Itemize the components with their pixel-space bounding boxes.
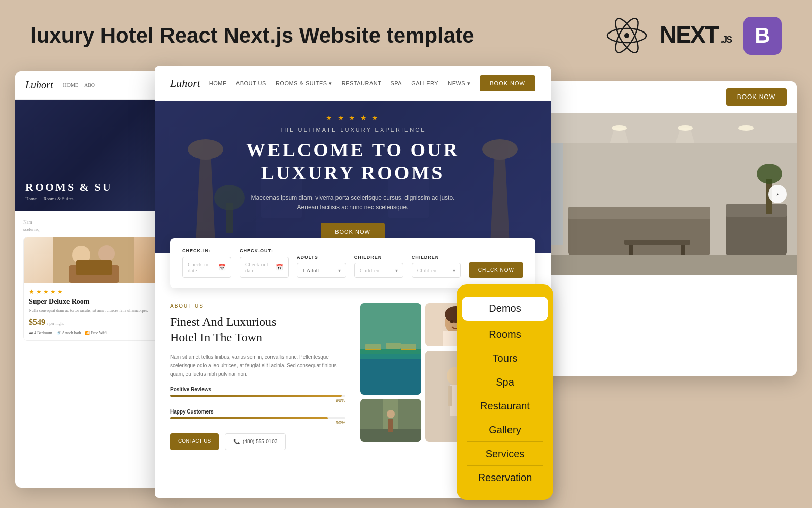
- svg-point-12: [188, 139, 223, 160]
- svg-rect-56: [568, 207, 710, 219]
- about-label: ABOUT US: [170, 303, 345, 309]
- right-arrow-btn[interactable]: ›: [768, 185, 787, 203]
- progress-reviews: Positive Reviews 98%: [170, 387, 345, 403]
- svg-point-37: [450, 320, 453, 323]
- mobile-screenshot: Luhort HOME ABO ROOMS & SU Home → Rooms …: [15, 71, 173, 488]
- nav-rooms[interactable]: ROOMS & SUITES ▾: [276, 80, 332, 87]
- svg-rect-61: [726, 204, 787, 217]
- progress-reviews-value: 98%: [170, 398, 345, 403]
- mobile-room-card: ★ ★ ★ ★ ★ Super Deluxe Room Nulla conseq…: [23, 237, 164, 341]
- right-hero-image: ›: [543, 113, 797, 275]
- progress-customers-label: Happy Customers: [170, 409, 345, 415]
- booking-form: CHECK-IN: Check-in date 📅 CHECK-OUT: Che…: [170, 238, 535, 288]
- contact-btn[interactable]: CONTACT US: [170, 433, 219, 450]
- about-img-walkway: [360, 399, 421, 442]
- mobile-room-price-sub: / per night: [47, 321, 64, 326]
- main-nav-links: HOME ABOUT US ROOMS & SUITES ▾ RESTAURAN…: [209, 75, 535, 91]
- dropdown-arrow-2: ▾: [395, 268, 398, 273]
- svg-rect-60: [726, 212, 787, 255]
- svg-rect-55: [568, 214, 710, 255]
- bootstrap-icon: B: [743, 17, 782, 55]
- demo-menu-item-tours[interactable]: Tours: [457, 346, 553, 370]
- demo-menu-item-demos[interactable]: Demos: [462, 297, 548, 321]
- calendar-icon: 📅: [218, 264, 226, 271]
- dropdown-arrow: ▾: [338, 268, 341, 273]
- dropdown-arrow-3: ▾: [453, 268, 455, 273]
- svg-rect-27: [360, 303, 421, 349]
- hero-content: ★ ★ ★ ★ ★ THE ULTIMATE LUXURY EXPERIENCE…: [246, 114, 459, 241]
- nav-about[interactable]: ABOUT US: [236, 80, 266, 86]
- children-field: CHILDREN Children ▾: [354, 255, 403, 278]
- nav-restaurant[interactable]: RESTAURANT: [342, 80, 382, 86]
- mobile-hero: ROOMS & SU Home → Rooms & Suites: [15, 100, 173, 211]
- checkout-label: CHECK-OUT:: [240, 248, 289, 253]
- demo-menu-item-reservation[interactable]: Reservation: [457, 466, 553, 490]
- demo-menu-item-services[interactable]: Services: [457, 442, 553, 466]
- nav-spa[interactable]: SPA: [390, 80, 402, 86]
- checkout-input[interactable]: Check-out date 📅: [240, 257, 289, 278]
- nav-gallery[interactable]: GALLERY: [411, 80, 438, 86]
- hero-tagline: THE ULTIMATE LUXURY EXPERIENCE: [246, 126, 459, 133]
- screenshots-area: Luhort HOME ABO ROOMS & SU Home → Rooms …: [0, 66, 812, 503]
- hero-title: WELCOME TO OURLUXURY ROOMS: [246, 139, 459, 185]
- checkin-label: CHECK-IN:: [182, 248, 231, 253]
- next-icon: NEXT .JS: [657, 18, 733, 53]
- progress-customers-bar: [170, 417, 328, 419]
- svg-point-63: [757, 164, 782, 184]
- checkout-field: CHECK-OUT: Check-out date 📅: [240, 248, 289, 278]
- main-nav: Luhort HOME ABOUT US ROOMS & SUITES ▾ RE…: [155, 66, 551, 101]
- adults-field: ADULTS 1 Adult ▾: [297, 255, 346, 278]
- mobile-nav: Luhort HOME ABO: [15, 71, 173, 100]
- progress-customers-value: 90%: [170, 420, 345, 425]
- about-desc: Nam sit amet tellus finibus, varius sem …: [170, 353, 345, 378]
- demo-menu-item-rooms[interactable]: Rooms: [457, 323, 553, 346]
- demo-menu: Demos Rooms Tours Spa Restaurant Gallery…: [457, 284, 553, 500]
- progress-reviews-label: Positive Reviews: [170, 387, 345, 392]
- children-select[interactable]: Children ▾: [354, 263, 403, 278]
- phone-btn[interactable]: 📞 (480) 555-0103: [225, 433, 286, 450]
- adults-select[interactable]: 1 Adult ▾: [297, 263, 346, 278]
- svg-rect-10: [76, 260, 112, 275]
- mobile-room-desc: Nulla consequat diam ac tortor iaculis, …: [29, 308, 159, 313]
- right-book-btn[interactable]: BOOK NOW: [726, 88, 787, 106]
- about-text: ABOUT US Finest And LuxuriousHotel In Th…: [170, 303, 345, 450]
- main-logo: Luhort: [170, 77, 200, 90]
- mobile-room-name: Super Deluxe Room: [29, 298, 159, 306]
- tech-logos: NEXT .JS B: [606, 15, 782, 56]
- right-nav: BOOK NOW: [543, 81, 797, 113]
- mobile-amenities: 🛏 4 Bedroom 🚿 Attach bath 📶 Free Wifi: [29, 331, 159, 335]
- svg-point-51: [738, 125, 754, 131]
- checkin-field: CHECK-IN: Check-in date 📅: [182, 248, 231, 278]
- progress-reviews-bar: [170, 395, 342, 397]
- svg-point-3: [624, 33, 629, 38]
- react-icon: [606, 15, 647, 56]
- nav-news[interactable]: NEWS ▾: [448, 80, 470, 87]
- svg-text:NEXT: NEXT: [660, 21, 719, 48]
- about-title: Finest And LuxuriousHotel In The Town: [170, 314, 345, 345]
- svg-rect-22: [360, 349, 421, 359]
- check-now-btn[interactable]: CHECK NOW: [469, 262, 523, 278]
- svg-rect-32: [388, 419, 393, 432]
- checkin-input[interactable]: Check-in date 📅: [182, 257, 231, 278]
- children2-select[interactable]: Children ▾: [412, 263, 461, 278]
- svg-point-8: [98, 245, 115, 262]
- demo-menu-item-gallery[interactable]: Gallery: [457, 418, 553, 442]
- demo-menu-item-restaurant[interactable]: Restaurant: [457, 394, 553, 418]
- svg-point-19: [214, 185, 245, 210]
- svg-text:.JS: .JS: [721, 35, 732, 45]
- children2-label: CHILDREN: [412, 255, 461, 260]
- mobile-breadcrumb: Home → Rooms & Suites: [25, 196, 162, 201]
- page-header: luxury Hotel React Next.js Website templ…: [0, 0, 812, 66]
- demo-menu-item-spa[interactable]: Spa: [457, 370, 553, 394]
- hero-stars: ★ ★ ★ ★ ★: [246, 114, 459, 122]
- mobile-room-stars: ★ ★ ★ ★ ★: [29, 288, 159, 296]
- mobile-room-image: [24, 237, 164, 283]
- right-bottom: [543, 275, 797, 376]
- mobile-nav-items: HOME ABO: [63, 82, 95, 88]
- mobile-hero-title: ROOMS & SU: [25, 181, 162, 194]
- nav-home[interactable]: HOME: [209, 80, 227, 86]
- adults-label: ADULTS: [297, 255, 346, 260]
- progress-customers: Happy Customers 90%: [170, 409, 345, 425]
- main-book-btn[interactable]: BOOK NOW: [480, 75, 535, 91]
- svg-rect-48: [543, 113, 797, 143]
